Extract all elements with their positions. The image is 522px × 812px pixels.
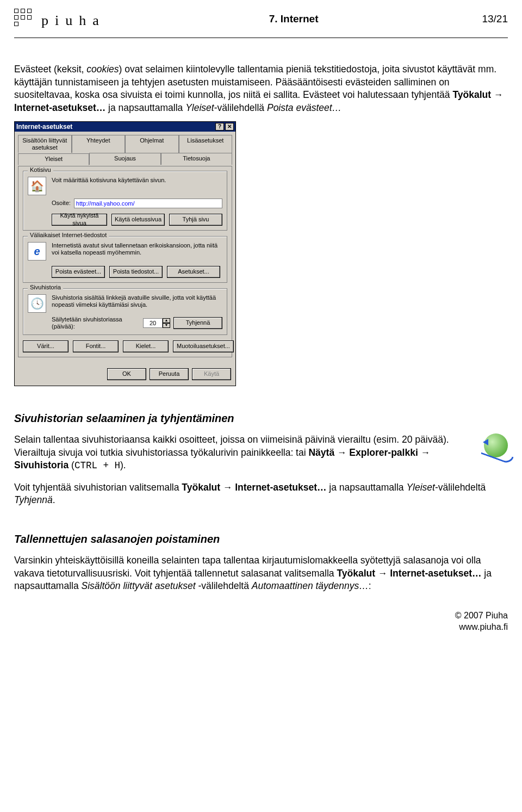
use-default-button[interactable]: Käytä oletussivua	[111, 214, 165, 226]
group-legend: Sivuhistoria	[28, 284, 63, 291]
history-paragraph-1: Selain tallentaa sivuhistoriaansa kaikki…	[14, 433, 476, 473]
cancel-button[interactable]: Peruuta	[150, 368, 189, 380]
footer: © 2007 Piuha www.piuha.fi	[455, 610, 508, 633]
home-icon: 🏠	[28, 177, 46, 195]
divider	[14, 38, 508, 38]
group-desc: Voit määrittää kotisivuna käytettävän si…	[52, 177, 222, 184]
section-heading-passwords: Tallennettujen salasanojen poistaminen	[14, 532, 508, 547]
tab-security[interactable]: Suojaus	[89, 153, 160, 164]
group-legend: Kotisivu	[28, 166, 53, 173]
page-counter: 13/21	[482, 9, 508, 26]
days-spinner[interactable]: ▲ ▼	[143, 318, 170, 328]
history-paragraph-2: Voit tyhjentää sivuhistorian valitsemall…	[14, 481, 508, 507]
spin-up-icon[interactable]: ▲	[163, 318, 170, 323]
address-input[interactable]	[74, 199, 222, 208]
menu-path: Työkalut → Internet-asetukset…	[182, 482, 326, 493]
clear-history-button[interactable]: Tyhjennä	[173, 317, 222, 329]
logo-text: piuha	[41, 9, 105, 30]
close-button[interactable]: ✕	[225, 123, 234, 131]
text: Evästeet (keksit,	[14, 64, 86, 75]
text: -välilehdellä	[214, 102, 267, 113]
history-toolbar-icon	[484, 433, 508, 457]
group-history: Sivuhistoria 🕓 Sivuhistoria sisältää lin…	[23, 288, 227, 335]
tab-content[interactable]: Sisältöön liittyvät asetukset	[18, 135, 72, 153]
apply-button[interactable]: Käytä	[192, 368, 231, 380]
text: ).	[120, 460, 126, 470]
delete-cookies-button[interactable]: Poista evästeet...	[52, 266, 105, 278]
menu-path: Työkalut → Internet-asetukset…	[337, 568, 481, 579]
tab-programs[interactable]: Ohjelmat	[125, 135, 179, 153]
text: -välilehdeltä	[435, 482, 486, 493]
dialog-title: Internet-asetukset	[16, 123, 72, 131]
section-heading-history: Sivuhistorian selaaminen ja tyhjentämine…	[14, 411, 508, 426]
internet-options-dialog: Internet-asetukset ? ✕ Sisältöön liittyv…	[14, 121, 236, 386]
text: :	[369, 580, 371, 591]
passwords-paragraph: Varsinkin yhteiskäyttöisillä koneilla se…	[14, 554, 508, 593]
text: (	[69, 460, 74, 470]
text-italic: Automaattinen täydennys…	[252, 580, 369, 591]
tab-connections[interactable]: Yhteydet	[72, 135, 126, 153]
use-current-button[interactable]: Käytä nykyistä sivua	[52, 214, 107, 226]
group-tempfiles: Väliaikaiset Internet-tiedostot e Intern…	[23, 236, 227, 283]
tab-general[interactable]: Yleiset	[18, 153, 89, 165]
tab-privacy[interactable]: Tietosuoja	[161, 153, 232, 164]
text: .	[53, 494, 55, 505]
text: Voit tyhjentää sivuhistorian valitsemall…	[14, 482, 182, 493]
text: ja napsauttamalla	[326, 482, 406, 493]
ok-button[interactable]: OK	[107, 368, 146, 380]
help-button[interactable]: ?	[215, 123, 224, 131]
tab-advanced[interactable]: Lisäasetukset	[179, 135, 233, 153]
days-input[interactable]	[143, 318, 163, 328]
group-homepage: Kotisivu 🏠 Voit määrittää kotisivuna käy…	[23, 171, 227, 231]
delete-files-button[interactable]: Poista tiedostot...	[109, 266, 163, 278]
text: -välilehdeltä	[196, 580, 252, 591]
logo: piuha	[14, 9, 105, 30]
text-italic: Yleiset	[185, 102, 214, 113]
ie-icon: e	[28, 242, 46, 261]
group-desc: Sivuhistoria sisältää linkkejä avatuille…	[52, 294, 222, 308]
accessibility-button[interactable]: Muotoiluasetukset...	[173, 340, 234, 352]
footer-copyright: © 2007 Piuha	[455, 610, 508, 622]
text-italic: Yleiset	[406, 482, 435, 493]
page-title: 7. Internet	[269, 9, 319, 26]
text-italic: Tyhjennä	[14, 494, 53, 505]
titlebar: Internet-asetukset ? ✕	[15, 122, 235, 132]
fonts-button[interactable]: Fontit...	[73, 340, 119, 352]
use-blank-button[interactable]: Tyhjä sivu	[169, 214, 222, 226]
text-italic: Poista evästeet…	[267, 102, 341, 113]
history-icon: 🕓	[28, 294, 46, 313]
text-italic: Sisältöön liittyvät asetukset	[82, 580, 196, 591]
text: ja napsauttamalla	[105, 102, 185, 113]
tab-strip: Sisältöön liittyvät asetukset Yhteydet O…	[18, 135, 232, 165]
shortcut-text: CTRL + H	[74, 460, 120, 471]
intro-paragraph: Evästeet (keksit, cookies) ovat selaimen…	[14, 63, 508, 115]
spin-down-icon[interactable]: ▼	[163, 323, 170, 328]
logo-icon	[14, 9, 34, 28]
footer-url: www.piuha.fi	[455, 621, 508, 633]
languages-button[interactable]: Kielet...	[123, 340, 169, 352]
group-desc: Internetistä avatut sivut tallennetaan e…	[52, 242, 222, 256]
address-label: Osoite:	[52, 200, 71, 207]
colors-button[interactable]: Värit...	[23, 340, 69, 352]
settings-button[interactable]: Asetukset...	[167, 266, 220, 278]
text-italic: cookies	[86, 64, 119, 75]
history-days-label: Säilytetään sivuhistoriassa (päivää):	[52, 316, 140, 330]
group-legend: Väliaikaiset Internet-tiedostot	[28, 232, 109, 239]
